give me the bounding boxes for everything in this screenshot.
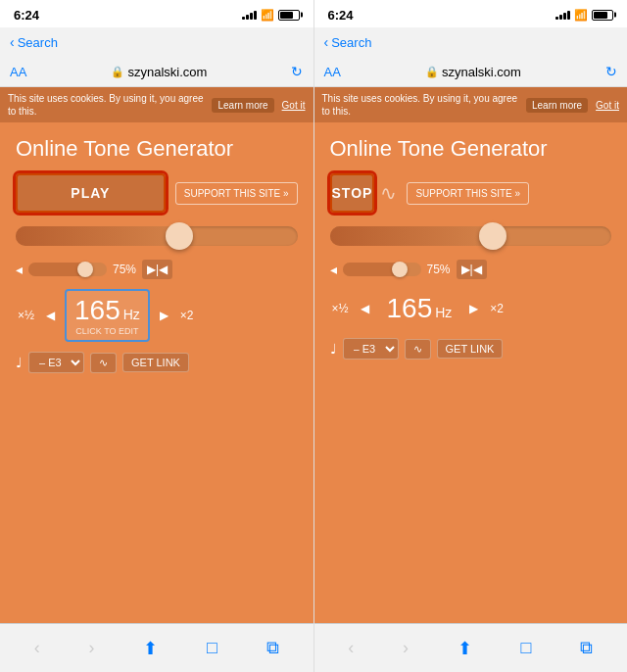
safari-bottom-right: ‹ › ⬆ □ ⧉ <box>314 623 628 672</box>
nav-back-left[interactable]: ‹ Search <box>10 34 58 50</box>
speaker-button-right[interactable]: ▶|◀ <box>457 260 487 279</box>
status-time-right: 6:24 <box>328 8 354 23</box>
freq-display-right[interactable]: 165 Hz <box>379 289 460 328</box>
status-icons-left: 📶 <box>242 9 300 22</box>
volume-row-right: ◂ 75% ▶|◀ <box>330 260 612 279</box>
note-select-right[interactable]: – E3 <box>343 338 399 360</box>
status-icons-right: 📶 <box>555 9 613 22</box>
cookie-got-it-button-left[interactable]: Got it <box>282 100 306 111</box>
frequency-slider-right[interactable] <box>330 222 612 250</box>
lock-icon-left: 🔒 <box>111 66 124 78</box>
page-title-left: Online Tone Generator <box>16 136 298 162</box>
cookie-text-right: This site uses cookies. By using it, you… <box>322 92 522 118</box>
safari-share-button-right[interactable]: ⬆ <box>452 632 478 665</box>
slider-thumb-right[interactable] <box>479 222 506 250</box>
safari-back-button-right[interactable]: ‹ <box>342 632 360 664</box>
address-bar-left: AA 🔒 szynalski.com ↻ <box>0 57 314 86</box>
wave-button-right[interactable]: ∿ <box>405 339 431 360</box>
frequency-slider-left[interactable] <box>16 222 298 250</box>
vol-low-icon-left: ◂ <box>16 262 23 277</box>
freq-unit-left: Hz <box>123 307 140 322</box>
vol-percent-right: 75% <box>427 263 451 276</box>
cookie-learn-button-right[interactable]: Learn more <box>526 98 588 113</box>
speaker-button-left[interactable]: ▶|◀ <box>142 260 172 279</box>
wave-button-left[interactable]: ∿ <box>90 353 117 373</box>
cookie-banner-left: This site uses cookies. By using it, you… <box>0 87 314 122</box>
button-row-left: PLAY SUPPORT THIS SITE » <box>16 173 298 213</box>
aa-button-right[interactable]: AA <box>324 65 341 79</box>
freq-down-button-left[interactable]: ◀ <box>44 307 57 324</box>
bottom-row-right: ♩ – E3 ∿ GET LINK <box>330 338 612 360</box>
freq-display-left[interactable]: 165 Hz CLICK TO EDIT <box>65 289 150 342</box>
cookie-learn-button-left[interactable]: Learn more <box>212 98 273 113</box>
safari-bottom-left: ‹ › ⬆ □ ⧉ <box>0 623 314 672</box>
battery-icon-right <box>592 10 613 21</box>
slider-track-right <box>330 226 612 246</box>
freq-down-button-right[interactable]: ◀ <box>359 300 371 317</box>
aa-button-left[interactable]: AA <box>10 65 26 79</box>
safari-bookmarks-button-left[interactable]: □ <box>201 632 223 664</box>
wifi-icon-right: 📶 <box>574 9 588 22</box>
stop-button[interactable]: STOP <box>330 173 375 213</box>
freq-row-left: ×½ ◀ 165 Hz CLICK TO EDIT ▶ ×2 <box>16 289 298 342</box>
address-bar-right: AA 🔒 szynalski.com ↻ <box>314 57 628 86</box>
support-button-right[interactable]: SUPPORT THIS SITE » <box>407 182 529 205</box>
safari-tabs-button-right[interactable]: ⧉ <box>574 632 599 664</box>
volume-slider-left[interactable] <box>28 263 107 276</box>
slider-thumb-left[interactable] <box>166 222 193 250</box>
refresh-button-right[interactable]: ↻ <box>605 64 617 79</box>
get-link-button-left[interactable]: GET LINK <box>122 353 189 372</box>
signal-icon-right <box>555 10 570 20</box>
status-time-left: 6:24 <box>14 8 39 23</box>
double-button-left[interactable]: ×2 <box>178 307 196 324</box>
safari-bookmarks-button-right[interactable]: □ <box>515 632 538 664</box>
support-button-left[interactable]: SUPPORT THIS SITE » <box>175 182 298 205</box>
freq-value-right: 165 <box>387 293 433 324</box>
note-icon-left: ♩ <box>16 355 23 370</box>
safari-tabs-button-left[interactable]: ⧉ <box>261 632 285 664</box>
back-chevron-right: ‹ <box>324 34 329 50</box>
note-icon-right: ♩ <box>330 341 337 357</box>
half-button-right[interactable]: ×½ <box>330 300 351 317</box>
cookie-got-it-button-right[interactable]: Got it <box>596 100 619 111</box>
slider-fill-left <box>16 226 185 246</box>
cookie-banner-right: This site uses cookies. By using it, you… <box>314 87 628 122</box>
volume-slider-right[interactable] <box>343 263 421 276</box>
safari-forward-button-left[interactable]: › <box>83 632 101 664</box>
wifi-icon-left: 📶 <box>261 9 274 22</box>
url-text-right: szynalski.com <box>442 65 521 79</box>
get-link-button-right[interactable]: GET LINK <box>437 339 504 359</box>
url-display-right: 🔒 szynalski.com <box>425 65 521 79</box>
double-button-right[interactable]: ×2 <box>488 300 506 317</box>
safari-share-button-left[interactable]: ⬆ <box>137 632 164 665</box>
battery-icon-left <box>278 10 300 21</box>
nav-back-label-right: Search <box>331 35 371 50</box>
freq-up-button-left[interactable]: ▶ <box>158 307 170 324</box>
safari-back-button-left[interactable]: ‹ <box>28 632 46 664</box>
play-button[interactable]: PLAY <box>16 173 166 213</box>
nav-back-right[interactable]: ‹ Search <box>324 34 372 50</box>
vol-slider-thumb-right[interactable] <box>392 262 408 277</box>
note-select-left[interactable]: – E3 <box>28 352 84 373</box>
refresh-button-left[interactable]: ↻ <box>291 64 303 79</box>
page-title-right: Online Tone Generator <box>330 136 612 162</box>
browser-nav-left: ‹ Search <box>0 27 314 57</box>
safari-forward-button-right[interactable]: › <box>397 632 414 664</box>
url-text-left: szynalski.com <box>127 65 207 79</box>
slider-track-left <box>16 226 298 246</box>
main-content-right: Online Tone Generator STOP ∿ SUPPORT THI… <box>314 122 628 623</box>
bottom-row-left: ♩ – E3 ∿ GET LINK <box>16 352 298 373</box>
lock-icon-right: 🔒 <box>425 66 439 78</box>
nav-back-label-left: Search <box>18 35 58 50</box>
vol-slider-thumb-left[interactable] <box>77 262 93 277</box>
half-button-left[interactable]: ×½ <box>16 307 36 324</box>
browser-chrome-left: ‹ Search AA 🔒 szynalski.com ↻ <box>0 27 314 87</box>
stop-with-wave: STOP ∿ <box>330 173 398 213</box>
freq-up-button-right[interactable]: ▶ <box>467 300 480 317</box>
volume-row-left: ◂ 75% ▶|◀ <box>16 260 298 279</box>
slider-fill-right <box>330 226 500 246</box>
browser-chrome-right: ‹ Search AA 🔒 szynalski.com ↻ <box>314 27 628 87</box>
freq-col-left: 165 Hz CLICK TO EDIT <box>74 295 140 336</box>
freq-unit-right: Hz <box>435 305 452 320</box>
vol-percent-left: 75% <box>113 263 136 276</box>
